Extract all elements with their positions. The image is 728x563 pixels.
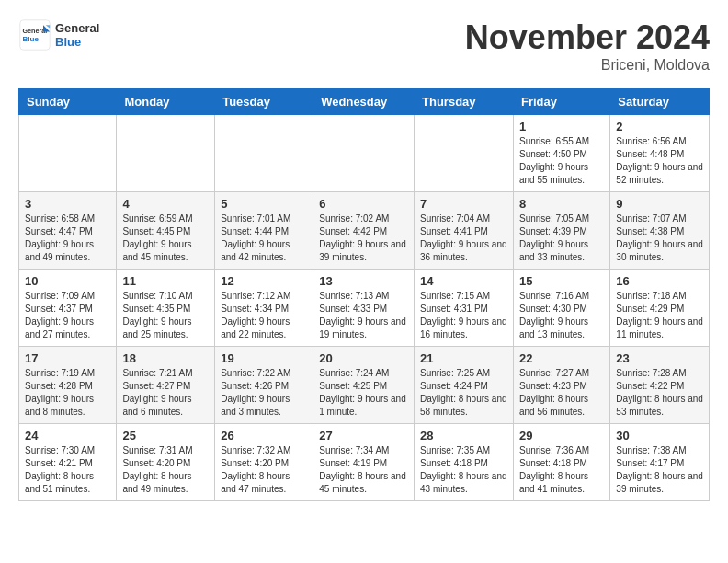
month-title: November 2024 — [465, 18, 710, 57]
day-number: 8 — [519, 197, 604, 211]
day-number: 22 — [519, 351, 604, 365]
day-number: 4 — [122, 197, 209, 211]
calendar-cell: 23Sunrise: 7:28 AM Sunset: 4:22 PM Dayli… — [610, 347, 710, 424]
logo-text-blue: Blue — [55, 35, 99, 49]
day-info: Sunrise: 7:18 AM Sunset: 4:29 PM Dayligh… — [616, 290, 703, 341]
location: Briceni, Moldova — [465, 57, 710, 74]
calendar-cell: 15Sunrise: 7:16 AM Sunset: 4:30 PM Dayli… — [513, 270, 609, 347]
day-number: 18 — [122, 351, 209, 365]
calendar-cell — [19, 115, 117, 192]
calendar-cell: 17Sunrise: 7:19 AM Sunset: 4:28 PM Dayli… — [19, 347, 117, 424]
day-number: 24 — [25, 429, 110, 442]
calendar-cell — [415, 115, 514, 192]
day-info: Sunrise: 7:02 AM Sunset: 4:42 PM Dayligh… — [319, 213, 408, 264]
day-number: 10 — [25, 274, 110, 288]
day-info: Sunrise: 7:09 AM Sunset: 4:37 PM Dayligh… — [25, 290, 110, 341]
day-number: 23 — [616, 351, 703, 365]
calendar-cell: 24Sunrise: 7:30 AM Sunset: 4:21 PM Dayli… — [19, 424, 117, 501]
calendar-cell: 8Sunrise: 7:05 AM Sunset: 4:39 PM Daylig… — [513, 192, 609, 270]
calendar-cell: 2Sunrise: 6:56 AM Sunset: 4:48 PM Daylig… — [610, 115, 710, 192]
weekday-header-tuesday: Tuesday — [215, 89, 313, 115]
day-info: Sunrise: 7:34 AM Sunset: 4:19 PM Dayligh… — [319, 444, 408, 496]
day-number: 12 — [221, 274, 307, 288]
logo: General Blue General Blue — [18, 18, 99, 52]
day-number: 21 — [420, 351, 507, 365]
calendar-cell: 7Sunrise: 7:04 AM Sunset: 4:41 PM Daylig… — [415, 192, 514, 270]
day-number: 29 — [519, 429, 604, 442]
day-number: 27 — [319, 429, 408, 442]
calendar-cell — [313, 115, 415, 192]
day-info: Sunrise: 7:25 AM Sunset: 4:24 PM Dayligh… — [420, 367, 507, 419]
day-info: Sunrise: 7:10 AM Sunset: 4:35 PM Dayligh… — [122, 290, 209, 341]
day-info: Sunrise: 7:32 AM Sunset: 4:20 PM Dayligh… — [221, 444, 307, 496]
calendar-cell: 11Sunrise: 7:10 AM Sunset: 4:35 PM Dayli… — [117, 270, 215, 347]
day-info: Sunrise: 7:16 AM Sunset: 4:30 PM Dayligh… — [519, 290, 604, 341]
day-number: 11 — [122, 274, 209, 288]
day-info: Sunrise: 7:36 AM Sunset: 4:18 PM Dayligh… — [519, 444, 604, 496]
day-info: Sunrise: 7:28 AM Sunset: 4:22 PM Dayligh… — [616, 367, 703, 419]
week-row-5: 24Sunrise: 7:30 AM Sunset: 4:21 PM Dayli… — [19, 424, 710, 501]
calendar-cell: 28Sunrise: 7:35 AM Sunset: 4:18 PM Dayli… — [415, 424, 514, 501]
day-info: Sunrise: 7:13 AM Sunset: 4:33 PM Dayligh… — [319, 290, 408, 341]
day-info: Sunrise: 6:55 AM Sunset: 4:50 PM Dayligh… — [519, 135, 604, 187]
day-number: 5 — [221, 197, 307, 211]
calendar-cell: 27Sunrise: 7:34 AM Sunset: 4:19 PM Dayli… — [313, 424, 415, 501]
day-number: 9 — [616, 197, 703, 211]
day-number: 28 — [420, 429, 507, 442]
calendar-cell: 18Sunrise: 7:21 AM Sunset: 4:27 PM Dayli… — [117, 347, 215, 424]
day-info: Sunrise: 7:27 AM Sunset: 4:23 PM Dayligh… — [519, 367, 604, 419]
calendar-cell: 30Sunrise: 7:38 AM Sunset: 4:17 PM Dayli… — [610, 424, 710, 501]
day-info: Sunrise: 7:38 AM Sunset: 4:17 PM Dayligh… — [616, 444, 703, 496]
calendar-cell — [215, 115, 313, 192]
weekday-header-monday: Monday — [117, 89, 215, 115]
week-row-1: 1Sunrise: 6:55 AM Sunset: 4:50 PM Daylig… — [19, 115, 710, 192]
calendar-cell: 1Sunrise: 6:55 AM Sunset: 4:50 PM Daylig… — [513, 115, 609, 192]
day-number: 25 — [122, 429, 209, 442]
day-info: Sunrise: 7:15 AM Sunset: 4:31 PM Dayligh… — [420, 290, 507, 341]
logo-icon: General Blue — [18, 18, 51, 52]
day-info: Sunrise: 6:58 AM Sunset: 4:47 PM Dayligh… — [25, 213, 110, 264]
week-row-4: 17Sunrise: 7:19 AM Sunset: 4:28 PM Dayli… — [19, 347, 710, 424]
day-info: Sunrise: 7:07 AM Sunset: 4:38 PM Dayligh… — [616, 213, 703, 264]
day-number: 30 — [616, 429, 703, 442]
week-row-3: 10Sunrise: 7:09 AM Sunset: 4:37 PM Dayli… — [19, 270, 710, 347]
calendar-cell: 26Sunrise: 7:32 AM Sunset: 4:20 PM Dayli… — [215, 424, 313, 501]
day-info: Sunrise: 6:56 AM Sunset: 4:48 PM Dayligh… — [616, 135, 703, 187]
calendar-cell: 22Sunrise: 7:27 AM Sunset: 4:23 PM Dayli… — [513, 347, 609, 424]
day-info: Sunrise: 7:31 AM Sunset: 4:20 PM Dayligh… — [122, 444, 209, 496]
calendar-cell: 5Sunrise: 7:01 AM Sunset: 4:44 PM Daylig… — [215, 192, 313, 270]
day-info: Sunrise: 7:01 AM Sunset: 4:44 PM Dayligh… — [221, 213, 307, 264]
calendar-cell: 14Sunrise: 7:15 AM Sunset: 4:31 PM Dayli… — [415, 270, 514, 347]
day-info: Sunrise: 7:22 AM Sunset: 4:26 PM Dayligh… — [221, 367, 307, 419]
weekday-header-row: SundayMondayTuesdayWednesdayThursdayFrid… — [19, 89, 710, 115]
calendar-cell: 29Sunrise: 7:36 AM Sunset: 4:18 PM Dayli… — [513, 424, 609, 501]
calendar-cell: 16Sunrise: 7:18 AM Sunset: 4:29 PM Dayli… — [610, 270, 710, 347]
logo-text-general: General — [55, 21, 99, 35]
calendar-cell: 21Sunrise: 7:25 AM Sunset: 4:24 PM Dayli… — [415, 347, 514, 424]
title-block: November 2024 Briceni, Moldova — [465, 18, 710, 74]
day-number: 26 — [221, 429, 307, 442]
day-number: 13 — [319, 274, 408, 288]
day-number: 2 — [616, 120, 703, 133]
week-row-2: 3Sunrise: 6:58 AM Sunset: 4:47 PM Daylig… — [19, 192, 710, 270]
day-info: Sunrise: 6:59 AM Sunset: 4:45 PM Dayligh… — [122, 213, 209, 264]
calendar-table: SundayMondayTuesdayWednesdayThursdayFrid… — [18, 88, 710, 501]
weekday-header-friday: Friday — [513, 89, 609, 115]
weekday-header-saturday: Saturday — [610, 89, 710, 115]
day-number: 6 — [319, 197, 408, 211]
calendar-cell: 10Sunrise: 7:09 AM Sunset: 4:37 PM Dayli… — [19, 270, 117, 347]
day-number: 3 — [25, 197, 110, 211]
calendar-cell: 13Sunrise: 7:13 AM Sunset: 4:33 PM Dayli… — [313, 270, 415, 347]
day-info: Sunrise: 7:21 AM Sunset: 4:27 PM Dayligh… — [122, 367, 209, 419]
day-number: 20 — [319, 351, 408, 365]
calendar-cell: 9Sunrise: 7:07 AM Sunset: 4:38 PM Daylig… — [610, 192, 710, 270]
calendar-cell: 19Sunrise: 7:22 AM Sunset: 4:26 PM Dayli… — [215, 347, 313, 424]
day-number: 7 — [420, 197, 507, 211]
day-number: 14 — [420, 274, 507, 288]
svg-text:Blue: Blue — [23, 35, 40, 43]
calendar-cell: 20Sunrise: 7:24 AM Sunset: 4:25 PM Dayli… — [313, 347, 415, 424]
day-info: Sunrise: 7:30 AM Sunset: 4:21 PM Dayligh… — [25, 444, 110, 496]
day-info: Sunrise: 7:35 AM Sunset: 4:18 PM Dayligh… — [420, 444, 507, 496]
weekday-header-wednesday: Wednesday — [313, 89, 415, 115]
day-number: 17 — [25, 351, 110, 365]
